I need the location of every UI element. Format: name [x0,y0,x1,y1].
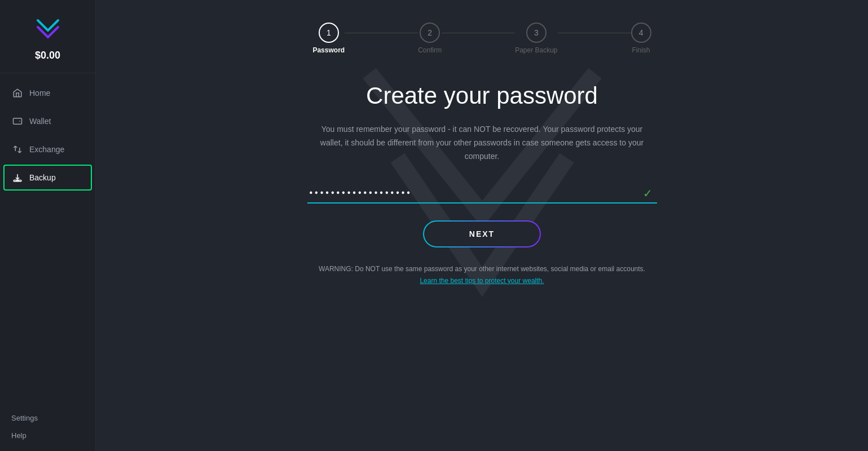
step-confirm: 2 Confirm [418,23,442,54]
step-2-label: Confirm [418,46,442,54]
warning-link[interactable]: Learn the best tips to protect your weal… [420,277,544,285]
form-title: Create your password [366,82,598,109]
password-input[interactable] [307,183,657,204]
app-logo-icon [33,16,63,45]
help-link[interactable]: Help [11,431,84,440]
step-paper-backup: 3 Paper Backup [515,23,557,54]
sidebar-bottom: Settings Help [0,403,95,451]
step-connector-1 [345,33,418,33]
sidebar-nav: Home Wallet Exchange [0,73,95,403]
sidebar-item-wallet[interactable]: Wallet [0,107,95,135]
form-description: You must remember your password - it can… [319,123,646,163]
step-4-circle: 4 [631,23,651,43]
step-3-label: Paper Backup [515,46,557,54]
password-form: Create your password You must remember y… [307,82,657,286]
step-3-circle: 3 [526,23,547,43]
step-1-circle: 1 [319,23,339,43]
check-icon: ✓ [643,187,653,200]
sidebar-item-backup[interactable]: Backup [3,165,92,191]
sidebar: $0.00 Home Wallet Exchange [0,0,96,451]
password-field-wrapper: ✓ [307,183,657,204]
sidebar-balance: $0.00 [35,50,60,61]
step-connector-2 [442,33,515,33]
sidebar-item-home-label: Home [29,89,50,98]
settings-link[interactable]: Settings [11,414,84,422]
sidebar-item-backup-label: Backup [29,173,56,182]
home-icon [12,88,23,98]
step-password: 1 Password [312,23,345,54]
sidebar-item-home[interactable]: Home [0,79,95,107]
exchange-icon [12,144,23,154]
main-content: 1 Password 2 Confirm 3 Paper Backup 4 [96,0,868,451]
wallet-icon [12,116,23,126]
step-connector-3 [558,33,631,33]
step-1-label: Password [312,46,345,54]
step-finish: 4 Finish [631,23,651,54]
stepper: 1 Password 2 Confirm 3 Paper Backup 4 [312,23,651,54]
step-4-label: Finish [632,46,650,54]
step-2-circle: 2 [420,23,440,43]
sidebar-logo: $0.00 [0,0,95,73]
sidebar-item-wallet-label: Wallet [29,117,51,126]
warning-text-wrapper: WARNING: Do NOT use the same password as… [319,263,645,286]
sidebar-item-exchange-label: Exchange [29,145,64,154]
warning-text: WARNING: Do NOT use the same password as… [319,265,645,273]
backup-icon [12,173,23,183]
sidebar-item-exchange[interactable]: Exchange [0,135,95,163]
svg-rect-0 [14,118,22,125]
next-button[interactable]: NEXT [423,220,541,247]
